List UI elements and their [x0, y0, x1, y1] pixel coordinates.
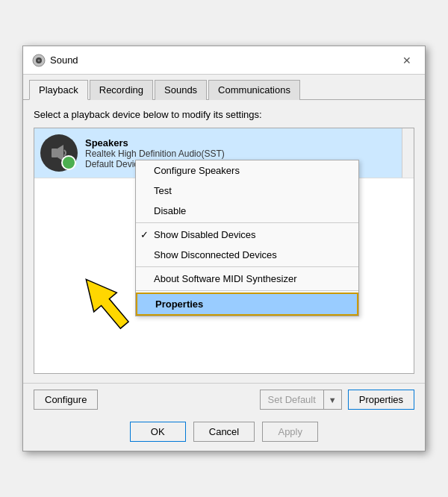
menu-separator-1 — [136, 222, 358, 223]
menu-item-test[interactable]: Test — [136, 181, 358, 201]
set-default-dropdown[interactable]: ▼ — [323, 390, 342, 410]
menu-item-disable[interactable]: Disable — [136, 201, 358, 221]
device-list[interactable]: Speakers Realtek High Definition Audio(S… — [34, 128, 414, 374]
tab-content: Select a playback device below to modify… — [23, 100, 425, 383]
arrow-annotation — [57, 269, 146, 328]
svg-rect-3 — [52, 149, 57, 157]
menu-item-show-disabled[interactable]: Show Disabled Devices — [136, 225, 358, 245]
properties-button[interactable]: Properties — [348, 390, 414, 410]
menu-item-configure[interactable]: Configure Speakers — [136, 160, 358, 181]
device-name: Speakers — [85, 137, 408, 149]
menu-item-about-midi[interactable]: About Software MIDI Synthesizer — [136, 269, 358, 289]
tab-communications[interactable]: Communications — [208, 80, 300, 100]
context-menu: Configure Speakers Test Disable Show Dis… — [135, 160, 359, 316]
device-description: Realtek High Definition Audio(SST) — [85, 149, 408, 159]
scrollbar[interactable] — [402, 128, 414, 178]
sound-icon — [32, 54, 46, 67]
svg-marker-4 — [57, 145, 63, 161]
menu-item-properties[interactable]: Properties — [136, 293, 358, 316]
speaker-icon — [49, 143, 69, 163]
menu-item-show-disconnected[interactable]: Show Disconnected Devices — [136, 245, 358, 265]
sound-dialog: Sound ✕ Playback Recording Sounds Commun… — [22, 46, 426, 451]
set-default-button[interactable]: Set Default — [260, 390, 323, 410]
svg-marker-5 — [75, 270, 136, 335]
set-default-group: Set Default ▼ — [260, 390, 342, 410]
title-bar-left: Sound — [32, 54, 78, 67]
device-icon — [40, 134, 78, 172]
cancel-button[interactable]: Cancel — [193, 422, 255, 442]
close-button[interactable]: ✕ — [398, 51, 416, 69]
bottom-bar: Configure Set Default ▼ Properties — [23, 383, 425, 416]
menu-separator-2 — [136, 266, 358, 267]
ok-button[interactable]: OK — [130, 422, 186, 442]
tab-sounds[interactable]: Sounds — [155, 80, 207, 100]
tab-playback[interactable]: Playback — [29, 80, 88, 100]
menu-separator-3 — [136, 290, 358, 291]
ok-cancel-bar: OK Cancel Apply — [23, 416, 425, 451]
instruction-text: Select a playback device below to modify… — [34, 109, 414, 120]
apply-button[interactable]: Apply — [262, 422, 318, 442]
title-bar: Sound ✕ — [23, 46, 425, 75]
tab-bar: Playback Recording Sounds Communications — [23, 75, 425, 100]
svg-point-2 — [38, 59, 40, 61]
tab-recording[interactable]: Recording — [90, 80, 153, 100]
configure-button[interactable]: Configure — [34, 390, 98, 410]
dialog-title: Sound — [50, 54, 78, 66]
